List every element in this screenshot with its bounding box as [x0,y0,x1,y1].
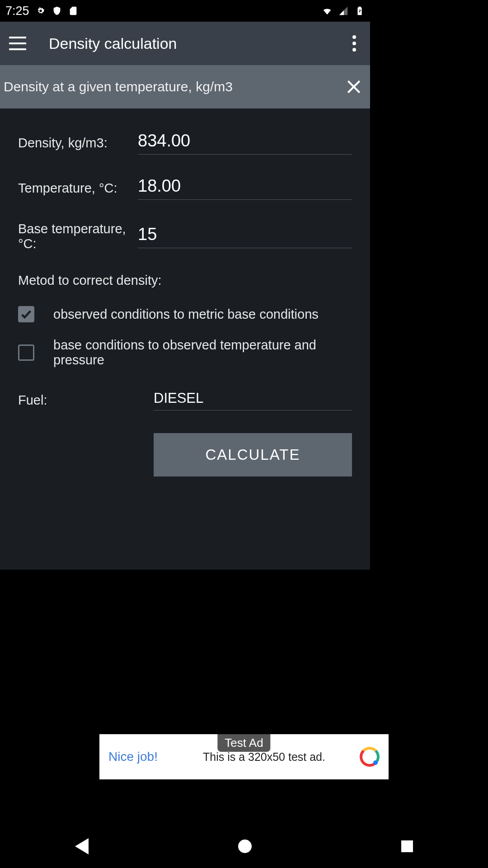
method-option-1-label: observed conditions to metric base condi… [53,307,319,322]
wifi-icon [322,6,332,16]
fuel-input[interactable] [154,390,352,410]
app-bar: Density calculation [0,22,370,65]
page-title: Density calculation [49,35,352,52]
density-row: Density, kg/m3: [18,131,352,155]
status-bar: 7:25 [0,0,370,22]
method-option-1[interactable]: observed conditions to metric base condi… [18,306,352,322]
method-option-2[interactable]: base conditions to observed temperature … [18,338,352,368]
temperature-input[interactable] [138,176,352,200]
hamburger-menu-icon[interactable] [9,37,26,50]
close-icon[interactable] [346,79,362,95]
status-time: 7:25 [5,4,29,18]
kebab-menu-icon[interactable] [352,34,357,52]
battery-charging-icon [355,6,365,16]
status-right [322,6,365,16]
density-input[interactable] [138,131,352,155]
banner-text: Density at a given temperature, kg/m3 [4,79,233,94]
cell-signal-icon [338,6,348,16]
fuel-row: Fuel: [18,390,352,410]
temperature-label: Temperature, °C: [18,181,138,196]
base-temperature-input[interactable] [138,225,352,248]
fuel-label: Fuel: [18,393,154,408]
temperature-row: Temperature, °C: [18,176,352,200]
base-temperature-row: Base temperature, °C: [18,222,352,251]
status-left: 7:25 [5,4,78,18]
checkbox-unchecked-icon[interactable] [18,344,34,361]
checkbox-checked-icon[interactable] [18,306,34,322]
sub-header-banner: Density at a given temperature, kg/m3 [0,65,370,108]
base-temperature-label: Base temperature, °C: [18,222,138,251]
sd-card-icon [68,6,78,16]
method-option-2-label: base conditions to observed temperature … [53,338,352,368]
gear-icon [36,6,46,16]
calculate-button[interactable]: CALCULATE [154,433,352,476]
main-content: Density, kg/m3: Temperature, °C: Base te… [0,108,370,570]
method-title: Metod to correct density: [18,273,352,288]
density-label: Density, kg/m3: [18,136,138,151]
shield-icon [52,6,62,16]
